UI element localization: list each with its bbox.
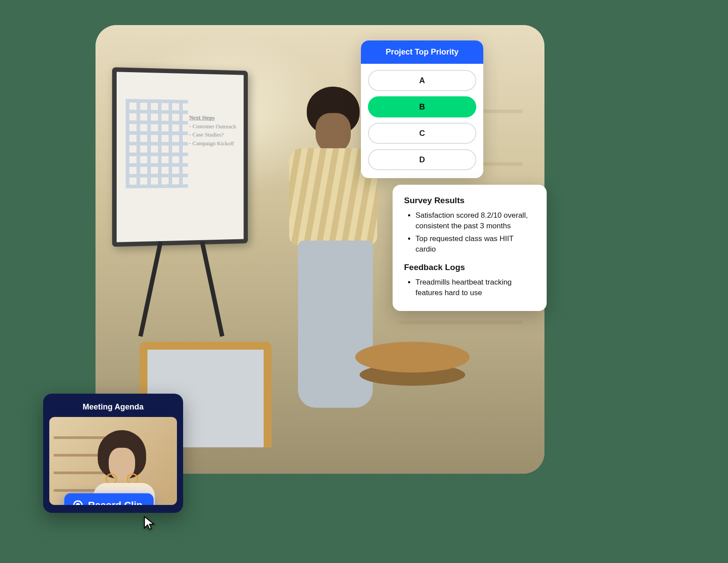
- poll-options: A B C D: [361, 64, 483, 178]
- meeting-video-thumbnail[interactable]: Record Clip: [49, 417, 177, 505]
- whiteboard: Next Steps - Customer Outreach - Case St…: [112, 67, 248, 247]
- poll-option-d[interactable]: D: [368, 149, 476, 170]
- survey-results-heading: Survey Results: [404, 194, 535, 207]
- survey-results-list: Satisfaction scored 8.2/10 overall, cons…: [404, 210, 535, 256]
- whiteboard-line: - Campaign Kickoff: [189, 139, 236, 148]
- record-clip-button[interactable]: Record Clip: [64, 494, 154, 505]
- whiteboard-line: - Customer Outreach: [189, 122, 236, 131]
- whiteboard-notes: Next Steps - Customer Outreach - Case St…: [189, 113, 236, 147]
- whiteboard-heading: Next Steps: [189, 113, 236, 122]
- results-card: Survey Results Satisfaction scored 8.2/1…: [393, 185, 547, 311]
- record-icon: [73, 501, 83, 505]
- survey-result-item: Satisfaction scored 8.2/10 overall, cons…: [415, 210, 535, 232]
- feedback-logs-heading: Feedback Logs: [404, 261, 535, 274]
- poll-option-c[interactable]: C: [368, 123, 476, 144]
- survey-result-item: Top requested class was HIIT cardio: [415, 234, 535, 255]
- poll-title: Project Top Priority: [361, 40, 483, 64]
- poll-option-a[interactable]: A: [368, 70, 476, 91]
- meeting-agenda-card: Meeting Agenda Record Clip: [43, 394, 183, 513]
- poll-option-b[interactable]: B: [368, 96, 476, 117]
- coffee-table: [355, 342, 470, 373]
- record-clip-label: Record Clip: [88, 500, 142, 505]
- meeting-agenda-title: Meeting Agenda: [49, 400, 177, 417]
- poll-card: Project Top Priority A B C D: [361, 40, 483, 178]
- feedback-logs-list: Treadmills heartbeat tracking features h…: [404, 277, 535, 299]
- whiteboard-line: - Case Studies?: [189, 130, 236, 139]
- feedback-log-item: Treadmills heartbeat tracking features h…: [415, 277, 535, 299]
- cursor-icon: [143, 515, 158, 530]
